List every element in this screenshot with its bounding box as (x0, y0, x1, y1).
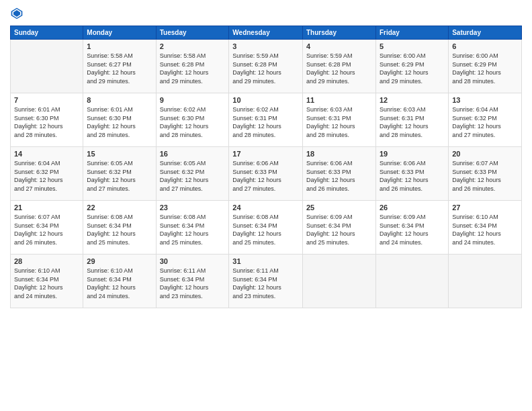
calendar-cell: 11Sunrise: 6:03 AM Sunset: 6:31 PM Dayli… (302, 93, 375, 147)
day-info: Sunrise: 5:59 AM Sunset: 6:28 PM Dayligh… (306, 52, 372, 85)
day-info: Sunrise: 6:06 AM Sunset: 6:33 PM Dayligh… (232, 159, 299, 193)
day-number: 21 (14, 203, 79, 212)
day-info: Sunrise: 6:08 AM Sunset: 6:34 PM Dayligh… (232, 213, 299, 246)
day-number: 28 (14, 257, 79, 265)
calendar-cell (302, 255, 375, 308)
calendar-cell: 7Sunrise: 6:01 AM Sunset: 6:30 PM Daylig… (11, 93, 83, 147)
day-number: 6 (452, 42, 518, 50)
day-info: Sunrise: 6:04 AM Sunset: 6:32 PM Dayligh… (14, 159, 79, 193)
day-info: Sunrise: 6:08 AM Sunset: 6:34 PM Dayligh… (160, 213, 226, 246)
calendar-cell: 9Sunrise: 6:02 AM Sunset: 6:30 PM Daylig… (156, 93, 229, 147)
day-number: 1 (87, 42, 152, 50)
day-number: 7 (14, 96, 79, 104)
day-number: 3 (232, 42, 299, 50)
day-number: 16 (160, 150, 226, 158)
calendar-header-thursday: Thursday (302, 26, 375, 40)
day-info: Sunrise: 6:05 AM Sunset: 6:32 PM Dayligh… (160, 159, 226, 193)
day-info: Sunrise: 6:10 AM Sunset: 6:34 PM Dayligh… (14, 267, 79, 300)
day-number: 23 (160, 203, 226, 212)
calendar-cell: 16Sunrise: 6:05 AM Sunset: 6:32 PM Dayli… (156, 147, 229, 201)
calendar-header-sunday: Sunday (11, 26, 83, 40)
day-number: 11 (306, 96, 372, 104)
day-number: 30 (160, 257, 226, 265)
calendar-cell: 14Sunrise: 6:04 AM Sunset: 6:32 PM Dayli… (11, 147, 83, 201)
logo-icon (10, 7, 24, 20)
day-info: Sunrise: 6:03 AM Sunset: 6:31 PM Dayligh… (306, 105, 372, 139)
calendar-week-4: 28Sunrise: 6:10 AM Sunset: 6:34 PM Dayli… (11, 255, 522, 308)
calendar-header-monday: Monday (83, 26, 156, 40)
calendar-cell: 5Sunrise: 6:00 AM Sunset: 6:29 PM Daylig… (375, 40, 448, 93)
day-info: Sunrise: 6:09 AM Sunset: 6:34 PM Dayligh… (380, 213, 445, 246)
day-info: Sunrise: 6:11 AM Sunset: 6:34 PM Dayligh… (232, 267, 299, 300)
day-info: Sunrise: 6:09 AM Sunset: 6:34 PM Dayligh… (306, 213, 372, 246)
day-info: Sunrise: 6:02 AM Sunset: 6:30 PM Dayligh… (160, 105, 226, 139)
calendar-cell: 21Sunrise: 6:07 AM Sunset: 6:34 PM Dayli… (11, 201, 83, 255)
calendar-cell: 19Sunrise: 6:06 AM Sunset: 6:33 PM Dayli… (375, 147, 448, 201)
day-info: Sunrise: 6:07 AM Sunset: 6:34 PM Dayligh… (14, 213, 79, 246)
calendar-cell: 1Sunrise: 5:58 AM Sunset: 6:27 PM Daylig… (83, 40, 156, 93)
calendar-cell: 3Sunrise: 5:59 AM Sunset: 6:28 PM Daylig… (229, 40, 303, 93)
day-info: Sunrise: 6:10 AM Sunset: 6:34 PM Dayligh… (452, 213, 518, 246)
day-number: 26 (380, 203, 445, 212)
day-info: Sunrise: 6:01 AM Sunset: 6:30 PM Dayligh… (87, 105, 152, 139)
calendar-cell: 17Sunrise: 6:06 AM Sunset: 6:33 PM Dayli… (229, 147, 303, 201)
calendar-cell: 28Sunrise: 6:10 AM Sunset: 6:34 PM Dayli… (11, 255, 83, 308)
day-number: 17 (232, 150, 299, 158)
calendar-cell: 31Sunrise: 6:11 AM Sunset: 6:34 PM Dayli… (229, 255, 303, 308)
calendar-cell: 26Sunrise: 6:09 AM Sunset: 6:34 PM Dayli… (375, 201, 448, 255)
calendar-cell: 20Sunrise: 6:07 AM Sunset: 6:33 PM Dayli… (449, 147, 522, 201)
calendar-week-3: 21Sunrise: 6:07 AM Sunset: 6:34 PM Dayli… (11, 201, 522, 255)
day-number: 13 (452, 96, 518, 104)
day-number: 19 (380, 150, 445, 158)
day-info: Sunrise: 6:06 AM Sunset: 6:33 PM Dayligh… (380, 159, 445, 193)
calendar-cell: 27Sunrise: 6:10 AM Sunset: 6:34 PM Dayli… (449, 201, 522, 255)
day-info: Sunrise: 6:02 AM Sunset: 6:31 PM Dayligh… (232, 105, 299, 139)
calendar-cell: 25Sunrise: 6:09 AM Sunset: 6:34 PM Dayli… (302, 201, 375, 255)
calendar-header-tuesday: Tuesday (156, 26, 229, 40)
day-info: Sunrise: 6:04 AM Sunset: 6:32 PM Dayligh… (452, 105, 518, 139)
calendar-cell: 8Sunrise: 6:01 AM Sunset: 6:30 PM Daylig… (83, 93, 156, 147)
day-info: Sunrise: 5:58 AM Sunset: 6:28 PM Dayligh… (160, 52, 226, 85)
day-number: 22 (87, 203, 152, 212)
calendar-cell: 22Sunrise: 6:08 AM Sunset: 6:34 PM Dayli… (83, 201, 156, 255)
day-number: 25 (306, 203, 372, 212)
day-number: 5 (380, 42, 445, 50)
day-number: 10 (232, 96, 299, 104)
calendar-cell (449, 255, 522, 308)
calendar-cell: 29Sunrise: 6:10 AM Sunset: 6:34 PM Dayli… (83, 255, 156, 308)
day-info: Sunrise: 5:59 AM Sunset: 6:28 PM Dayligh… (232, 52, 299, 85)
header (10, 7, 522, 20)
calendar-cell: 23Sunrise: 6:08 AM Sunset: 6:34 PM Dayli… (156, 201, 229, 255)
calendar-cell: 12Sunrise: 6:03 AM Sunset: 6:31 PM Dayli… (375, 93, 448, 147)
calendar-cell (11, 40, 83, 93)
day-number: 31 (232, 257, 299, 265)
day-number: 14 (14, 150, 79, 158)
calendar-cell: 6Sunrise: 6:00 AM Sunset: 6:29 PM Daylig… (449, 40, 522, 93)
calendar-header-friday: Friday (375, 26, 448, 40)
calendar-cell: 30Sunrise: 6:11 AM Sunset: 6:34 PM Dayli… (156, 255, 229, 308)
calendar-header-saturday: Saturday (449, 26, 522, 40)
calendar-header-row: SundayMondayTuesdayWednesdayThursdayFrid… (11, 26, 522, 40)
day-info: Sunrise: 5:58 AM Sunset: 6:27 PM Dayligh… (87, 52, 152, 85)
page: SundayMondayTuesdayWednesdayThursdayFrid… (0, 0, 532, 411)
calendar-cell: 4Sunrise: 5:59 AM Sunset: 6:28 PM Daylig… (302, 40, 375, 93)
day-number: 4 (306, 42, 372, 50)
calendar-cell: 10Sunrise: 6:02 AM Sunset: 6:31 PM Dayli… (229, 93, 303, 147)
day-info: Sunrise: 6:10 AM Sunset: 6:34 PM Dayligh… (87, 267, 152, 300)
day-number: 24 (232, 203, 299, 212)
calendar-week-2: 14Sunrise: 6:04 AM Sunset: 6:32 PM Dayli… (11, 147, 522, 201)
day-number: 2 (160, 42, 226, 50)
day-number: 15 (87, 150, 152, 158)
calendar-cell (375, 255, 448, 308)
day-info: Sunrise: 6:05 AM Sunset: 6:32 PM Dayligh… (87, 159, 152, 193)
day-info: Sunrise: 6:03 AM Sunset: 6:31 PM Dayligh… (380, 105, 445, 139)
calendar-header-wednesday: Wednesday (229, 26, 303, 40)
calendar-cell: 18Sunrise: 6:06 AM Sunset: 6:33 PM Dayli… (302, 147, 375, 201)
calendar-cell: 2Sunrise: 5:58 AM Sunset: 6:28 PM Daylig… (156, 40, 229, 93)
day-number: 8 (87, 96, 152, 104)
day-info: Sunrise: 6:11 AM Sunset: 6:34 PM Dayligh… (160, 267, 226, 300)
day-info: Sunrise: 6:01 AM Sunset: 6:30 PM Dayligh… (14, 105, 79, 139)
day-number: 18 (306, 150, 372, 158)
calendar-table: SundayMondayTuesdayWednesdayThursdayFrid… (10, 26, 522, 308)
day-number: 20 (452, 150, 518, 158)
